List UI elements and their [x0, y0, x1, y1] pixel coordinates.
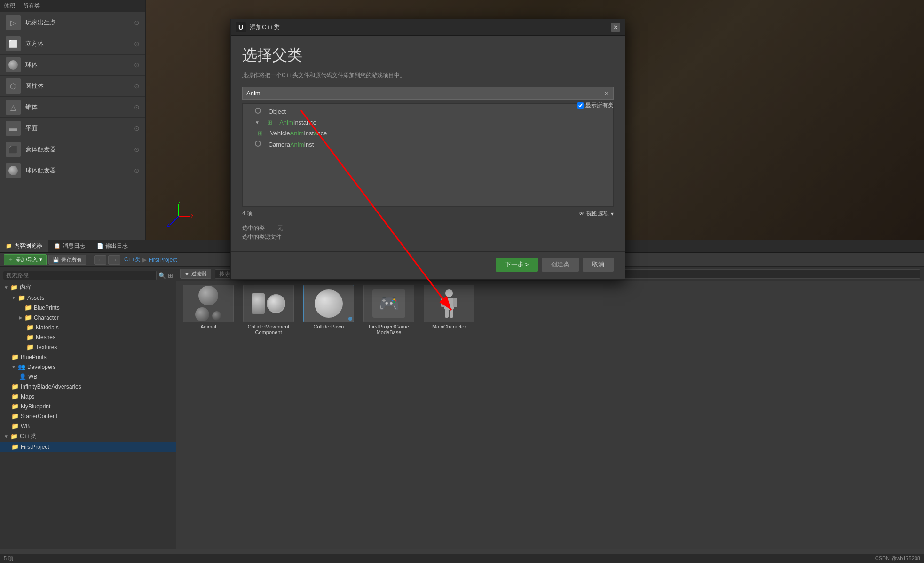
- show-all-toggle[interactable]: 显示所有类: [577, 102, 614, 109]
- item-label-sphere: 球体: [25, 61, 38, 69]
- tree-label-firstproject: FirstProject: [21, 444, 49, 450]
- tree-item-assets[interactable]: ▼ 📁 Assets: [0, 293, 176, 303]
- save-all-button[interactable]: 💾 保存所有: [48, 255, 86, 265]
- modal-title-text: 添加C++类: [250, 23, 280, 31]
- camera-circle-icon: [255, 141, 261, 148]
- modal-search-clear[interactable]: ✕: [600, 88, 613, 99]
- viewport-gizmo: X Y Z: [165, 202, 193, 230]
- search-icon[interactable]: 🔍: [158, 272, 166, 279]
- modal-search-input[interactable]: [243, 87, 600, 99]
- tree-item-maps[interactable]: 📁 Maps: [0, 391, 176, 401]
- cancel-button[interactable]: 取消: [583, 258, 614, 272]
- left-item-cylinder[interactable]: ⬡ 圆柱体 ⊙: [0, 76, 145, 97]
- search-path-input[interactable]: [3, 271, 157, 280]
- tree-item-starter[interactable]: 📁 StarterContent: [0, 411, 176, 421]
- add-import-label: 添加/导入: [16, 256, 38, 263]
- folder-icon-firstproject: 📁: [11, 443, 19, 450]
- left-item-cone[interactable]: △ 锥体 ⊙: [0, 97, 145, 118]
- box-trigger-icon: ⬛: [6, 142, 21, 157]
- ue-logo: U: [236, 22, 246, 32]
- asset-item-main-character[interactable]: MainCharacter: [421, 285, 477, 335]
- selection-class-row: 选中的类 无: [242, 224, 614, 232]
- tree-item-blueprints[interactable]: ▶ 📁 BluePrints: [0, 303, 176, 313]
- folder-icon-starter: 📁: [11, 413, 19, 420]
- nav-forward-button[interactable]: →: [108, 255, 120, 265]
- tab-content-browser[interactable]: 📁 内容浏览器: [0, 240, 48, 252]
- asset-item-collider-pawn[interactable]: ColliderPawn: [300, 285, 357, 335]
- left-item-spawn[interactable]: ▷ 玩家出生点 ⊙: [0, 12, 145, 33]
- modal-selection-info: 选中的类 无 选中的类源文件: [242, 220, 614, 241]
- item-check-sphere: ⊙: [134, 61, 140, 69]
- item-check-plane: ⊙: [134, 125, 140, 132]
- selection-class-label: 选中的类: [242, 225, 265, 231]
- breadcrumb-cpp-classes[interactable]: C++类: [124, 256, 141, 264]
- tree-label-myblueprint: MyBlueprint: [21, 403, 50, 410]
- modal-items-count: 4 项: [242, 210, 253, 218]
- show-all-label: 显示所有类: [585, 102, 614, 109]
- folder-icon-wb2: 📁: [11, 422, 19, 430]
- tree-item-object[interactable]: Object: [243, 106, 613, 117]
- anim-grid-icon: ⊞: [267, 119, 272, 126]
- folder-icon-cpp: 📁: [10, 433, 18, 440]
- tree-item-wb2[interactable]: 📁 WB: [0, 421, 176, 431]
- tree-item-wb[interactable]: 👤 WB: [0, 372, 176, 382]
- svg-text:X: X: [191, 213, 193, 219]
- tree-item-cpp[interactable]: ▼ 📁 C++类: [0, 431, 176, 442]
- tree-item-character[interactable]: ▶ 📁 Character: [0, 313, 176, 322]
- tree-label-cpp: C++类: [20, 432, 36, 440]
- tree-item-developers[interactable]: ▼ 👥 Developers: [0, 362, 176, 372]
- sphere-trigger-icon: [6, 163, 21, 178]
- tab-output-log[interactable]: 📄 输出日志: [91, 240, 134, 252]
- left-item-cube[interactable]: ⬜ 立方体 ⊙: [0, 33, 145, 55]
- content-main: ▼ 过滤器: [176, 267, 924, 549]
- chevron-down-icon2: ▾: [611, 211, 614, 217]
- filter-button[interactable]: ▼ 过滤器: [180, 269, 211, 279]
- create-class-button[interactable]: 创建类: [542, 258, 579, 272]
- modal-search-row: ✕: [242, 87, 614, 100]
- tree-item-materials[interactable]: 📁 Materials: [0, 322, 176, 332]
- tree-item-infinity[interactable]: 📁 InfinityBladeAdversaries: [0, 382, 176, 391]
- asset-item-gamemode[interactable]: 🎮 FirstProjectGame ModeBase: [361, 285, 417, 335]
- folder-icon-meshes: 📁: [26, 334, 34, 341]
- left-item-box-trigger[interactable]: ⬛ 盒体触发器 ⊙: [0, 139, 145, 160]
- asset-item-collider-movement[interactable]: ColliderMovement Component: [240, 285, 297, 335]
- folder-icon-developers: 👥: [18, 363, 25, 370]
- left-item-sphere[interactable]: 球体 ⊙: [0, 55, 145, 76]
- item-count: 5 项: [4, 555, 13, 562]
- tab-message-log-label: 消息日志: [63, 242, 85, 250]
- item-label-cylinder: 圆柱体: [25, 82, 44, 90]
- next-button[interactable]: 下一步 >: [496, 258, 538, 272]
- selection-class-value: 无: [277, 225, 283, 231]
- tree-item-firstproject[interactable]: 📁 FirstProject: [0, 442, 176, 452]
- left-item-plane[interactable]: ▬ 平面 ⊙: [0, 118, 145, 139]
- tree-item-animinstance[interactable]: ▼ ⊞ AnimInstance: [243, 117, 613, 128]
- nav-back-button[interactable]: ←: [94, 255, 106, 265]
- tree-item-vehicleaniminstance[interactable]: ⊞ VehicleAnimInstance: [243, 128, 613, 139]
- tree-item-blueprints2[interactable]: 📁 BluePrints: [0, 352, 176, 362]
- modal-title-left: U 添加C++类: [236, 22, 280, 32]
- list-view-icon[interactable]: ⊞: [168, 272, 173, 279]
- tab-message-log[interactable]: 📋 消息日志: [48, 240, 91, 252]
- modal-titlebar: U 添加C++类 ✕: [231, 19, 625, 36]
- filter-label: 过滤器: [191, 270, 207, 277]
- folder-icon-materials: 📁: [26, 324, 34, 331]
- folder-icon-blueprints2: 📁: [11, 353, 19, 360]
- show-all-checkbox[interactable]: [577, 102, 584, 109]
- add-import-button[interactable]: ＋ 添加/导入 ▾: [4, 254, 47, 265]
- tree-item-cameraaniminst[interactable]: CameraAnimInst: [243, 139, 613, 150]
- tree-item-myblueprint[interactable]: 📁 MyBlueprint: [0, 401, 176, 411]
- save-all-label: 保存所有: [61, 256, 82, 263]
- view-options-button[interactable]: 👁 视图选项 ▾: [579, 210, 614, 218]
- tree-item-textures[interactable]: 📁 Textures: [0, 342, 176, 352]
- tree-item-content[interactable]: ▼ 📁 内容: [0, 282, 176, 293]
- left-item-sphere-trigger[interactable]: 球体触发器 ⊙: [0, 160, 145, 181]
- asset-item-animal[interactable]: Animal: [180, 285, 237, 335]
- modal-close-button[interactable]: ✕: [611, 23, 620, 32]
- tree-item-meshes[interactable]: 📁 Meshes: [0, 332, 176, 342]
- tree-label-blueprints2: BluePrints: [21, 354, 47, 360]
- cone-icon: △: [6, 100, 21, 115]
- breadcrumb-first-project[interactable]: FirstProject: [149, 257, 177, 263]
- bottom-area: 📁 内容浏览器 📋 消息日志 📄 输出日志 ＋ 添加/导入 ▾ 💾 保存所有 ←…: [0, 240, 924, 563]
- tree-label-object: Object: [269, 108, 286, 115]
- anim-highlight3: a: [314, 130, 317, 137]
